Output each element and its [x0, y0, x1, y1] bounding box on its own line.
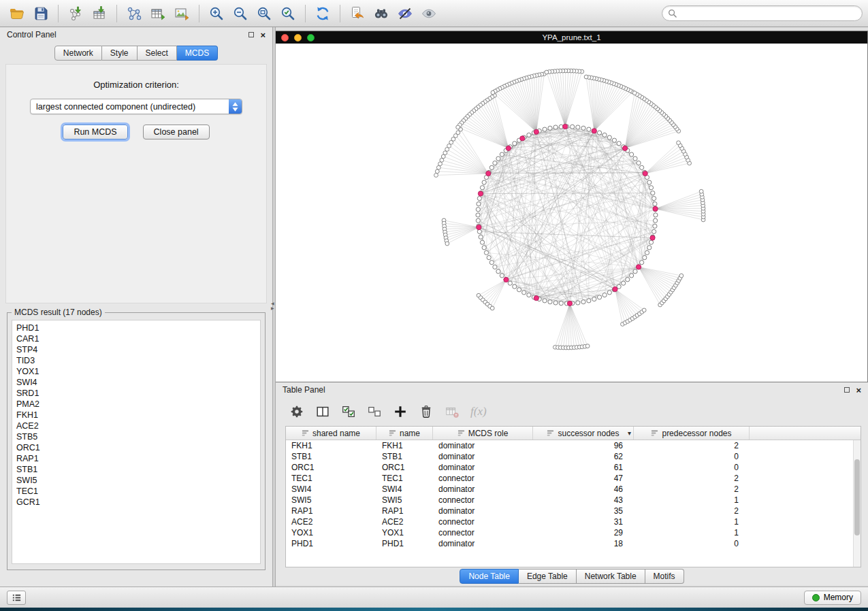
float-window-icon[interactable]	[248, 32, 254, 37]
table-cell: dominator	[433, 452, 533, 461]
mcds-result-item[interactable]: STP4	[16, 344, 260, 355]
table-row[interactable]: ACE2ACE2connector311	[286, 516, 853, 527]
new-table-button[interactable]	[146, 2, 170, 25]
panel-splitter[interactable]: ◀▶	[272, 27, 276, 587]
table-cell: STB1	[286, 452, 376, 461]
tab-mcds[interactable]: MCDS	[177, 46, 218, 61]
import-table-button[interactable]	[88, 2, 111, 25]
splitter-arrows-icon[interactable]: ◀▶	[271, 301, 274, 310]
show-column-button[interactable]	[312, 401, 333, 422]
mcds-result-item[interactable]: RAP1	[16, 453, 260, 464]
tab-motifs[interactable]: Motifs	[645, 569, 684, 584]
mcds-result-item[interactable]: GCR1	[16, 497, 260, 508]
mcds-result-item[interactable]: SRD1	[16, 388, 260, 399]
mcds-result-item[interactable]: SWI5	[16, 475, 260, 486]
memory-button[interactable]: Memory	[804, 591, 861, 605]
table-row[interactable]: FKH1FKH1dominator962	[286, 440, 853, 451]
table-row[interactable]: RAP1RAP1dominator352	[286, 506, 853, 516]
table-scrollbar[interactable]	[853, 440, 861, 567]
table-row[interactable]: PHD1PHD1dominator180	[286, 538, 853, 549]
column-header-mcds-role[interactable]: MCDS role	[433, 427, 533, 440]
run-mcds-button[interactable]: Run MCDS	[63, 125, 127, 139]
mcds-result-item[interactable]: ACE2	[16, 420, 260, 431]
criterion-select[interactable]: largest connected component (undirected)	[30, 99, 242, 114]
network-window-titlebar[interactable]: YPA_prune.txt_1	[276, 31, 867, 44]
mcds-result-item[interactable]: STB1	[16, 464, 260, 475]
zoom-out-button[interactable]	[229, 2, 252, 25]
mcds-result-item[interactable]: PMA2	[16, 399, 260, 410]
criterion-selected-value: largest connected component (undirected)	[31, 102, 229, 112]
table-settings-button[interactable]	[287, 401, 307, 422]
table-cell: 1	[634, 495, 750, 505]
mcds-result-item[interactable]: SWI4	[16, 377, 260, 388]
select-all-icon	[341, 404, 356, 419]
open-file-button[interactable]	[5, 2, 29, 25]
zoom-fit-button[interactable]	[253, 2, 276, 25]
show-hide-details-button[interactable]	[393, 2, 417, 25]
scrollbar-thumb[interactable]	[854, 459, 860, 535]
tab-edge-table[interactable]: Edge Table	[519, 569, 577, 584]
add-column-button[interactable]	[390, 401, 411, 422]
status-menu-button[interactable]	[7, 591, 26, 605]
mcds-result-item[interactable]: ORC1	[16, 442, 260, 453]
zoom-in-icon	[208, 5, 225, 22]
mcds-result-item[interactable]: YOX1	[16, 366, 260, 377]
mcds-result-item[interactable]: FKH1	[16, 410, 260, 420]
close-icon[interactable]: ×	[260, 31, 266, 39]
visibility-button[interactable]	[417, 2, 440, 25]
new-network-button[interactable]	[123, 2, 146, 25]
mcds-result-item[interactable]: CAR1	[16, 333, 260, 344]
mcds-result-list[interactable]: PHD1CAR1STP4TID3YOX1SWI4SRD1PMA2FKH1ACE2…	[12, 320, 261, 564]
tab-network-table[interactable]: Network Table	[577, 569, 645, 584]
column-header-predecessor-nodes[interactable]: predecessor nodes	[634, 427, 750, 440]
export-image-button[interactable]	[170, 2, 193, 25]
mcds-result-item[interactable]: PHD1	[16, 323, 260, 333]
chevron-down-icon[interactable]: ▾	[628, 429, 631, 437]
find-button[interactable]	[370, 2, 393, 25]
zoom-selected-icon	[280, 5, 296, 22]
table-row[interactable]: YOX1YOX1connector291	[286, 527, 853, 538]
mcds-result-item[interactable]: TEC1	[16, 486, 260, 497]
zoom-selected-button[interactable]	[276, 2, 300, 25]
column-header-name[interactable]: name	[376, 427, 433, 440]
import-network-button[interactable]	[64, 2, 87, 25]
network-canvas[interactable]	[276, 44, 867, 382]
refresh-view-button[interactable]	[311, 2, 334, 25]
tab-select[interactable]: Select	[138, 46, 177, 61]
table-cell: 0	[634, 539, 750, 548]
search-input[interactable]	[680, 9, 856, 18]
table-cell: connector	[433, 474, 533, 483]
close-icon[interactable]: ×	[856, 386, 861, 395]
control-panel-title: Control Panel	[7, 30, 57, 39]
mcds-result-item[interactable]: STB5	[16, 431, 260, 442]
table-row[interactable]: ORC1ORC1dominator610	[286, 462, 853, 473]
table-body: FKH1FKH1dominator962STB1STB1dominator620…	[286, 440, 861, 567]
column-header-successor-nodes[interactable]: successor nodes ▾	[533, 427, 634, 440]
table-cell: STB1	[376, 452, 433, 461]
share-document-button[interactable]	[346, 2, 369, 25]
minimize-window-icon[interactable]	[294, 34, 302, 42]
deselect-all-button[interactable]	[364, 401, 385, 422]
float-window-icon[interactable]	[844, 387, 850, 393]
mcds-result-item[interactable]: TID3	[16, 355, 260, 366]
select-all-button[interactable]	[338, 401, 359, 422]
close-panel-button[interactable]: Close panel	[143, 125, 210, 139]
table-cell: dominator	[433, 441, 533, 450]
tab-network[interactable]: Network	[54, 46, 102, 61]
column-header-shared-name[interactable]: shared name	[286, 427, 376, 440]
zoom-in-button[interactable]	[205, 2, 228, 25]
tab-node-table[interactable]: Node Table	[460, 569, 519, 584]
table-row[interactable]: SWI5SWI5connector431	[286, 495, 853, 506]
delete-column-button[interactable]	[416, 401, 436, 422]
close-window-icon[interactable]	[281, 34, 289, 42]
maximize-window-icon[interactable]	[307, 34, 315, 42]
save-session-button[interactable]	[29, 2, 52, 25]
table-row[interactable]: STB1STB1dominator620	[286, 451, 853, 462]
tab-style[interactable]: Style	[102, 46, 138, 61]
cytoscape-window: Control Panel × NetworkStyleSelectMCDS O…	[0, 0, 868, 608]
table-cell: 29	[533, 528, 634, 538]
table-row[interactable]: SWI4SWI4dominator462	[286, 484, 853, 495]
table-row[interactable]: TEC1TEC1connector472	[286, 473, 853, 484]
toolbar-separator	[199, 5, 199, 22]
network-graph[interactable]	[276, 44, 867, 382]
